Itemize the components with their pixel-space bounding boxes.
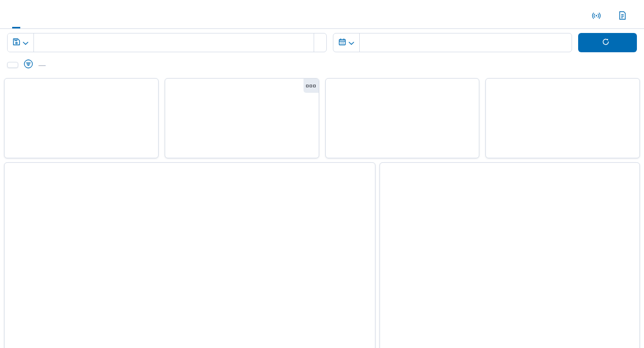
mitre-donut-chart[interactable] [406,180,547,321]
save-icon [13,38,20,47]
tab-events[interactable] [28,12,36,28]
search-row [0,29,644,52]
stat-card-total [4,78,159,158]
refresh-button[interactable] [578,33,637,52]
broadcast-icon [592,12,601,21]
report-document-icon [619,11,626,21]
panel-options-icon [306,85,309,87]
top-tab-bar [0,0,644,29]
tab-dashboard[interactable] [12,12,20,28]
chevron-down-icon [349,39,354,47]
panel-mitre-attacks [380,162,640,348]
date-picker-calendar-button[interactable] [333,33,360,52]
filter-options-icon[interactable] [23,59,33,71]
chart-panels-row [0,162,644,348]
stat-cards-row [0,76,644,162]
chevron-down-icon [23,39,28,47]
stat-card-auth-success [485,78,640,158]
stat-card-level12 [165,78,319,158]
filter-separator: — [39,61,46,69]
mitre-donut-wrap [406,180,547,323]
generate-report-link[interactable] [619,11,630,21]
refresh-icon [602,38,610,47]
filter-row: — [0,52,644,76]
stat-card-auth-failure [325,78,480,158]
saved-queries-button[interactable] [8,33,34,52]
explore-agent-link[interactable] [592,12,604,21]
date-picker [333,33,572,52]
search-input[interactable] [34,33,314,52]
alert-evolution-area-chart[interactable] [10,171,308,332]
calendar-icon [338,38,346,47]
filter-pill-manager-name[interactable] [7,62,18,68]
header-actions [592,11,636,28]
search-bar [7,33,327,52]
query-language-button[interactable] [314,33,326,52]
panel-options-button[interactable] [304,79,319,93]
panel-alert-level-evolution [4,162,375,348]
